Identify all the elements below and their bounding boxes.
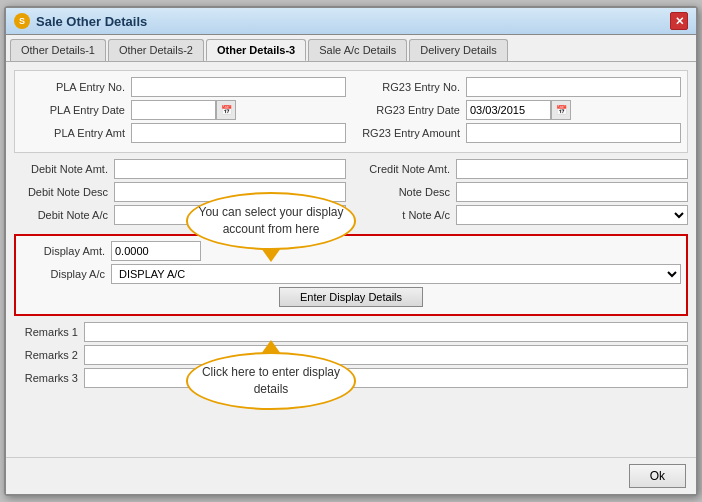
ok-button[interactable]: Ok (629, 464, 686, 488)
title-bar-left: S Sale Other Details (14, 13, 147, 29)
rg23-entry-date-label: RG23 Entry Date (356, 104, 466, 116)
credit-column: Credit Note Amt. Note Desc t Note A/c (356, 159, 688, 228)
display-ac-row: Display A/c DISPLAY A/C (21, 264, 681, 284)
rg23-entry-date-row: RG23 Entry Date 📅 (356, 100, 681, 120)
rg23-entry-date-wrapper: 📅 (466, 100, 571, 120)
display-btn-wrapper: Enter Display Details (21, 287, 681, 307)
credit-desc-input[interactable] (456, 182, 688, 202)
tab-bar: Other Details-1 Other Details-2 Other De… (6, 35, 696, 62)
display-amt-input[interactable] (111, 241, 201, 261)
credit-desc-label: Note Desc (356, 186, 456, 198)
rg23-entry-date-input[interactable] (466, 100, 551, 120)
tab-delivery-details[interactable]: Delivery Details (409, 39, 507, 61)
credit-ac-select[interactable] (456, 205, 688, 225)
window-title: Sale Other Details (36, 14, 147, 29)
credit-amt-row: Credit Note Amt. (356, 159, 688, 179)
pla-entry-amt-row: PLA Entry Amt (21, 123, 346, 143)
tooltip-enter-display: Click here to enter display details (186, 352, 356, 410)
remarks-1-row: Remarks 1 (14, 322, 688, 342)
tab-other-details-1[interactable]: Other Details-1 (10, 39, 106, 61)
credit-ac-row: t Note A/c (356, 205, 688, 225)
display-ac-label: Display A/c (21, 268, 111, 280)
pla-rg23-section: PLA Entry No. PLA Entry Date 📅 PLA Entry… (14, 70, 688, 153)
main-window: S Sale Other Details ✕ Other Details-1 O… (4, 6, 698, 496)
debit-ac-label: Debit Note A/c (14, 209, 114, 221)
remarks-3-input[interactable] (84, 368, 688, 388)
pla-entry-no-input[interactable] (131, 77, 346, 97)
pla-entry-amt-label: PLA Entry Amt (21, 127, 131, 139)
tab-other-details-3[interactable]: Other Details-3 (206, 39, 306, 61)
debit-amt-row: Debit Note Amt. (14, 159, 346, 179)
remarks-3-label: Remarks 3 (14, 372, 84, 384)
remarks-2-input[interactable] (84, 345, 688, 365)
credit-amt-input[interactable] (456, 159, 688, 179)
pla-entry-date-label: PLA Entry Date (21, 104, 131, 116)
remarks-1-input[interactable] (84, 322, 688, 342)
remarks-2-row: Remarks 2 (14, 345, 688, 365)
tooltip2-text: Click here to enter display details (202, 365, 340, 396)
display-section: Display Amt. Display A/c DISPLAY A/C Ent… (14, 234, 688, 316)
tab-sale-ac-details[interactable]: Sale A/c Details (308, 39, 407, 61)
tooltip-display-account: You can select your display account from… (186, 192, 356, 250)
pla-calendar-button[interactable]: 📅 (216, 100, 236, 120)
display-amt-row: Display Amt. (21, 241, 681, 261)
pla-rg23-grid: PLA Entry No. PLA Entry Date 📅 PLA Entry… (21, 77, 681, 146)
title-bar: S Sale Other Details ✕ (6, 8, 696, 35)
debit-amt-input[interactable] (114, 159, 346, 179)
rg23-column: RG23 Entry No. RG23 Entry Date 📅 RG23 En… (356, 77, 681, 146)
app-icon: S (14, 13, 30, 29)
rg23-calendar-button[interactable]: 📅 (551, 100, 571, 120)
tooltip1-text: You can select your display account from… (199, 205, 344, 236)
close-button[interactable]: ✕ (670, 12, 688, 30)
credit-ac-label: t Note A/c (356, 209, 456, 221)
rg23-entry-amount-label: RG23 Entry Amount (356, 127, 466, 139)
debit-desc-label: Debit Note Desc (14, 186, 114, 198)
pla-column: PLA Entry No. PLA Entry Date 📅 PLA Entry… (21, 77, 346, 146)
pla-entry-no-label: PLA Entry No. (21, 81, 131, 93)
display-ac-select[interactable]: DISPLAY A/C (111, 264, 681, 284)
pla-entry-date-input[interactable] (131, 100, 216, 120)
rg23-entry-amount-input[interactable] (466, 123, 681, 143)
rg23-entry-amount-row: RG23 Entry Amount (356, 123, 681, 143)
credit-desc-row: Note Desc (356, 182, 688, 202)
display-amt-label: Display Amt. (21, 245, 111, 257)
footer: Ok (6, 457, 696, 494)
tab-other-details-2[interactable]: Other Details-2 (108, 39, 204, 61)
pla-entry-amt-input[interactable] (131, 123, 346, 143)
remarks-2-label: Remarks 2 (14, 349, 84, 361)
main-content: PLA Entry No. PLA Entry Date 📅 PLA Entry… (6, 62, 696, 457)
rg23-entry-no-row: RG23 Entry No. (356, 77, 681, 97)
rg23-entry-no-input[interactable] (466, 77, 681, 97)
pla-entry-date-wrapper: 📅 (131, 100, 236, 120)
enter-display-details-button[interactable]: Enter Display Details (279, 287, 423, 307)
credit-amt-label: Credit Note Amt. (356, 163, 456, 175)
pla-entry-no-row: PLA Entry No. (21, 77, 346, 97)
remarks-1-label: Remarks 1 (14, 326, 84, 338)
rg23-entry-no-label: RG23 Entry No. (356, 81, 466, 93)
debit-amt-label: Debit Note Amt. (14, 163, 114, 175)
pla-entry-date-row: PLA Entry Date 📅 (21, 100, 346, 120)
